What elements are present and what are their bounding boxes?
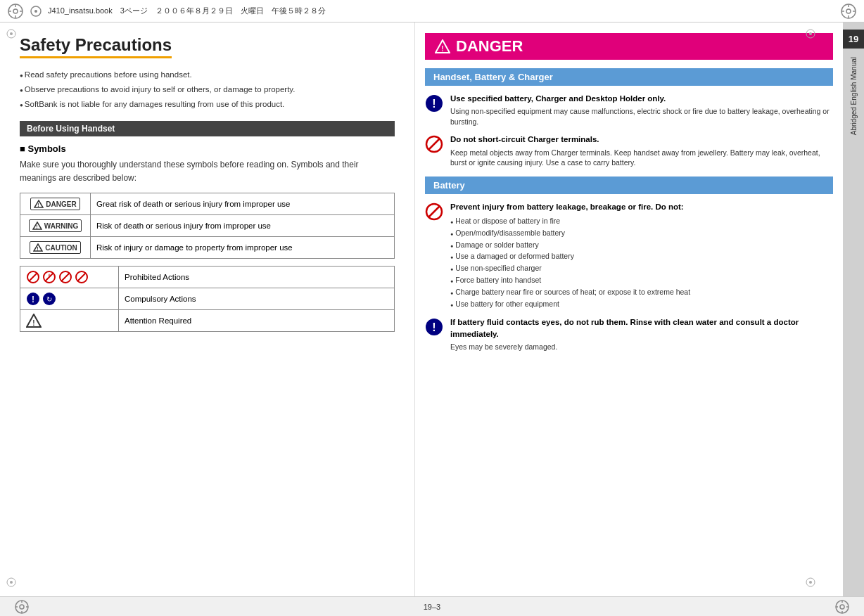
right-sidebar: 19 Abridged English Manual	[843, 23, 864, 596]
crosshair-bl	[6, 577, 17, 588]
svg-point-51	[809, 581, 812, 584]
prohibited-icons	[26, 270, 113, 284]
svg-point-39	[809, 32, 812, 35]
attention-required-label: Attention Required	[119, 310, 395, 332]
crosshair-br	[805, 577, 816, 588]
handset-item-2: Do not short-circuit Charger terminals. …	[425, 134, 833, 167]
caution-badge: ! CAUTION	[30, 241, 81, 254]
warning-triangle-icon: !	[32, 222, 42, 230]
bat-bullet-8: Use battery for other equipment	[455, 300, 559, 308]
handset-item-2-body: Keep metal objects away from Charger ter…	[450, 148, 833, 168]
caution-desc: Risk of injury or damage to property fro…	[91, 237, 395, 259]
battery-item-1-title: Prevent injury from battery leakage, bre…	[450, 201, 690, 212]
compulsory-circle-icon-1: !	[425, 94, 443, 113]
warning-desc: Risk of death or serious injury from imp…	[91, 215, 395, 237]
battery-item-2-body: Eyes may be severely damaged.	[450, 342, 833, 352]
prohibit-icon-2	[42, 270, 56, 284]
page-tab: 19	[843, 30, 864, 49]
danger-title-bar: ! DANGER	[425, 33, 833, 60]
page-bottom-number: 19–3	[424, 603, 440, 611]
bat-bullet-6: Force battery into handset	[455, 276, 541, 284]
intro-bullets: ●Read safety precautions before using ha…	[20, 68, 395, 111]
svg-line-29	[77, 273, 86, 281]
compulsory-icon-1: !	[26, 292, 40, 306]
compass-icon-left	[7, 3, 24, 20]
table-row: ! WARNING Risk of death or serious injur…	[20, 215, 395, 237]
icons-table: Prohibited Actions ! ↻ Compulsory Action…	[20, 266, 395, 332]
bat-bullet-2: Open/modify/disassemble battery	[455, 229, 565, 237]
table-row: ! ↻ Compulsory Actions	[20, 288, 395, 310]
compulsory-icons: ! ↻	[26, 292, 113, 306]
svg-point-5	[13, 9, 18, 13]
right-column: ! DANGER Handset, Battery & Charger ! Us…	[415, 23, 843, 596]
bullet-2: Observe precautions to avoid injury to s…	[25, 85, 296, 94]
svg-point-7	[34, 10, 37, 13]
crosshair-tl	[6, 28, 17, 39]
compass-bottom-right	[834, 599, 850, 615]
handset-item-1-title: Use specified battery, Charger and Deskt…	[450, 93, 833, 104]
svg-text:!: !	[441, 45, 443, 53]
svg-line-27	[61, 273, 70, 281]
section-title: Safety Precautions	[20, 35, 172, 58]
bat-bullet-4: Use a damaged or deformed battery	[455, 252, 574, 260]
svg-text:!: !	[32, 319, 34, 327]
handset-item-2-title: Do not short-circuit Charger terminals.	[450, 134, 833, 145]
symbols-heading: ■ Symbols	[20, 143, 395, 154]
subsection-bar: Before Using Handset	[20, 121, 395, 136]
compass-bottom-left	[14, 599, 30, 615]
topbar-text: J410_insatsu.book 3ページ ２００６年８月２９日 火曜日 午後…	[48, 6, 326, 16]
svg-point-63	[840, 605, 844, 609]
compass-icon-right	[840, 3, 857, 20]
svg-text:!: !	[32, 295, 34, 304]
svg-text:!: !	[38, 203, 39, 207]
attention-icons: !	[26, 314, 113, 328]
battery-item-2-title: If battery fluid contacts eyes, do not r…	[450, 316, 833, 339]
table-row: ! Attention Required	[20, 310, 395, 332]
prohibit-circle-icon-2	[425, 203, 443, 221]
danger-triangle-icon: !	[34, 200, 44, 208]
bat-bullet-1: Heat or dispose of battery in fire	[455, 217, 560, 225]
svg-line-47	[428, 206, 440, 217]
compulsory-actions-label: Compulsory Actions	[119, 288, 395, 310]
attention-triangle-icon: !	[26, 314, 42, 328]
danger-desc: Great risk of death or serious injury fr…	[91, 193, 395, 215]
caution-triangle-icon: !	[33, 243, 43, 252]
svg-point-13	[846, 9, 851, 13]
prohibit-icon-3	[58, 270, 72, 284]
bullet-1: Read safety precautions before using han…	[25, 70, 192, 79]
svg-text:!: !	[36, 224, 37, 229]
sidebar-label: Abridged English Manual	[850, 57, 858, 135]
prohibited-actions-label: Prohibited Actions	[119, 267, 395, 288]
handset-section-bar: Handset, Battery & Charger	[425, 68, 833, 86]
svg-point-15	[10, 32, 13, 35]
symbols-description: Make sure you thoroughly understand thes…	[20, 158, 395, 184]
prohibit-icon-1	[26, 270, 40, 284]
bat-bullet-3: Damage or solder battery	[455, 240, 538, 249]
battery-item-1-bullets: ●Heat or dispose of battery in fire ●Ope…	[450, 215, 690, 309]
table-row: ! CAUTION Risk of injury or damage to pr…	[20, 237, 395, 259]
handset-item-1-body: Using non-specified equipment may cause …	[450, 106, 833, 127]
danger-badge: ! DANGER	[30, 198, 80, 210]
svg-text:↻: ↻	[46, 295, 52, 303]
svg-text:!: !	[37, 246, 39, 251]
battery-section-bar: Battery	[425, 177, 833, 194]
table-row: ! DANGER Great risk of death or serious …	[20, 193, 395, 215]
battery-item-2: ! If battery fluid contacts eyes, do not…	[425, 316, 833, 352]
bat-bullet-5: Use non-specified charger	[455, 264, 542, 272]
danger-title-text: DANGER	[456, 37, 523, 56]
prohibit-icon-4	[75, 270, 89, 284]
svg-line-23	[29, 273, 37, 281]
symbol-table: ! DANGER Great risk of death or serious …	[20, 193, 395, 259]
table-row: Prohibited Actions	[20, 267, 395, 288]
svg-text:!: !	[432, 321, 436, 333]
compulsory-icon-2: ↻	[42, 292, 56, 306]
crosshair-tr	[805, 28, 816, 39]
handset-item-1: ! Use specified battery, Charger and Des…	[425, 93, 833, 127]
bat-bullet-7: Charge battery near fire or sources of h…	[455, 288, 690, 296]
svg-point-37	[10, 581, 13, 584]
battery-item-1: Prevent injury from battery leakage, bre…	[425, 201, 833, 309]
bullet-3: SoftBank is not liable for any damages r…	[25, 100, 284, 108]
danger-title-triangle: !	[435, 39, 450, 53]
svg-text:!: !	[432, 98, 436, 110]
left-column: Safety Precautions ●Read safety precauti…	[0, 23, 415, 596]
